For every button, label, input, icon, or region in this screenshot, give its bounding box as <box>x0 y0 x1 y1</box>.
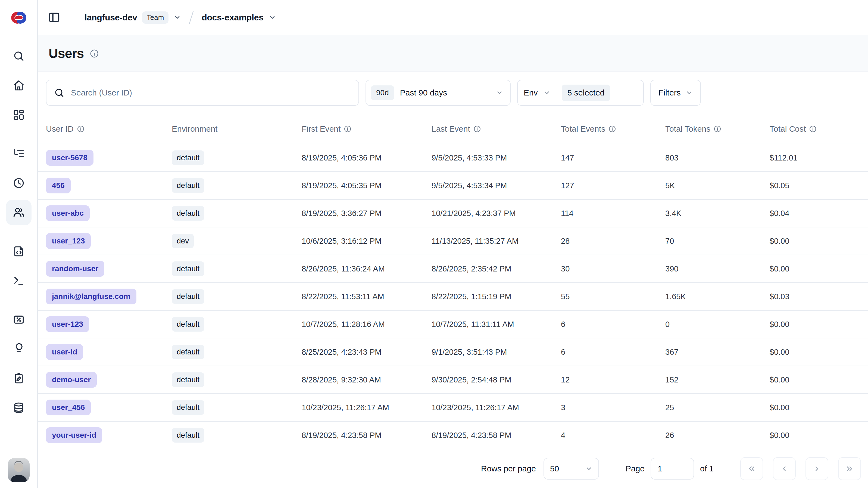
date-range-selector[interactable]: 90d Past 90 days <box>366 80 510 106</box>
table-row[interactable]: your-user-id default 8/19/2025, 4:23:58 … <box>38 421 868 449</box>
chevron-down-icon <box>686 89 693 96</box>
total-events-cell: 12 <box>561 366 665 394</box>
column-header-user-id[interactable]: User ID <box>38 106 172 144</box>
table-row[interactable]: user_456 default 10/23/2025, 11:26:17 AM… <box>38 394 868 421</box>
user-id-badge[interactable]: user-abc <box>46 205 90 221</box>
last-event-cell: 9/5/2025, 4:53:34 PM <box>432 172 561 199</box>
page-header: Users <box>38 35 868 72</box>
chevron-down-icon <box>585 465 592 472</box>
sidebar-item-home[interactable] <box>6 73 32 98</box>
page-number-input[interactable] <box>651 458 694 480</box>
sidebar-item-annotation[interactable] <box>6 366 32 391</box>
environment-badge: default <box>172 372 204 387</box>
environment-selector[interactable]: Env 5 selected <box>517 80 644 106</box>
tracing-icon <box>13 148 25 160</box>
user-id-badge[interactable]: user_123 <box>46 233 91 249</box>
environment-badge: default <box>172 400 204 415</box>
table-row[interactable]: user-id default 8/25/2025, 4:23:43 PM 9/… <box>38 338 868 366</box>
total-cost-cell: $112.01 <box>770 144 868 172</box>
table-row[interactable]: random-user default 8/26/2025, 11:36:24 … <box>38 255 868 283</box>
datasets-icon <box>13 402 25 414</box>
last-page-button[interactable] <box>838 457 861 480</box>
user-id-badge[interactable]: 456 <box>46 178 71 193</box>
previous-page-button[interactable] <box>773 457 796 480</box>
search-icon <box>54 88 64 98</box>
user-avatar[interactable] <box>8 458 30 482</box>
last-event-cell: 10/23/2025, 11:26:17 AM <box>432 394 561 421</box>
annotation-icon <box>13 372 25 384</box>
user-id-badge[interactable]: user-5678 <box>46 150 93 166</box>
environment-badge: default <box>172 150 204 165</box>
column-header-total-cost[interactable]: Total Cost <box>770 106 868 144</box>
total-tokens-cell: 152 <box>665 366 770 394</box>
chevron-down-icon <box>174 13 181 21</box>
user-id-badge[interactable]: jannik@langfuse.com <box>46 289 136 305</box>
prompts-icon <box>13 246 25 257</box>
last-event-cell: 8/26/2025, 2:35:42 PM <box>432 255 561 283</box>
sidebar-item-search[interactable] <box>6 43 32 69</box>
org-name: langfuse-dev <box>85 12 137 23</box>
table-row[interactable]: jannik@langfuse.com default 8/22/2025, 1… <box>38 283 868 310</box>
table-row[interactable]: user-abc default 8/19/2025, 3:36:27 PM 1… <box>38 199 868 227</box>
table-row[interactable]: demo-user default 8/28/2025, 9:32:30 AM … <box>38 366 868 394</box>
user-id-badge[interactable]: user-123 <box>46 316 89 332</box>
sidebar-item-prompts[interactable] <box>6 238 32 264</box>
next-page-button[interactable] <box>806 457 828 480</box>
total-tokens-cell: 5K <box>665 172 770 199</box>
users-table: User ID Environment First Event Last Eve… <box>38 106 868 449</box>
user-id-badge[interactable]: user-id <box>46 344 83 360</box>
total-tokens-cell: 25 <box>665 394 770 421</box>
environment-badge: default <box>172 178 204 193</box>
sidebar <box>0 0 38 488</box>
table-row[interactable]: user_123 dev 10/6/2025, 3:16:12 PM 11/13… <box>38 227 868 255</box>
sidebar-item-sessions[interactable] <box>6 170 32 196</box>
column-header-environment[interactable]: Environment <box>172 106 302 144</box>
sidebar-item-tracing[interactable] <box>6 141 32 167</box>
total-cost-cell: $0.00 <box>770 227 868 255</box>
user-id-badge[interactable]: demo-user <box>46 372 97 387</box>
total-tokens-cell: 0 <box>665 310 770 338</box>
last-event-cell: 10/7/2025, 11:31:11 AM <box>432 310 561 338</box>
info-icon <box>473 125 481 133</box>
table-row[interactable]: user-123 default 10/7/2025, 11:28:16 AM … <box>38 310 868 338</box>
total-tokens-cell: 70 <box>665 227 770 255</box>
sidebar-item-evaluation[interactable] <box>6 307 32 333</box>
total-tokens-cell: 26 <box>665 421 770 449</box>
filters-label: Filters <box>658 88 681 97</box>
date-range-badge: 90d <box>371 85 394 100</box>
rows-per-page-select[interactable]: 50 <box>544 458 599 480</box>
environment-badge: default <box>172 345 204 359</box>
column-header-last-event[interactable]: Last Event <box>432 106 561 144</box>
environment-badge: default <box>172 317 204 332</box>
first-event-cell: 8/26/2025, 11:36:24 AM <box>302 255 432 283</box>
column-header-total-tokens[interactable]: Total Tokens <box>665 106 770 144</box>
filters-button[interactable]: Filters <box>650 80 701 106</box>
breadcrumb-project[interactable]: docs-examples <box>202 12 276 23</box>
column-header-first-event[interactable]: First Event <box>302 106 432 144</box>
main-column: langfuse-dev Team docs-examples Users <box>38 0 868 488</box>
sidebar-toggle-button[interactable] <box>48 11 61 24</box>
env-selected-badge: 5 selected <box>562 85 610 101</box>
user-id-badge[interactable]: your-user-id <box>46 427 102 443</box>
sidebar-item-dashboards[interactable] <box>6 102 32 127</box>
first-event-cell: 8/25/2025, 4:23:43 PM <box>302 338 432 366</box>
playground-icon <box>13 275 25 287</box>
sidebar-item-playground[interactable] <box>6 268 32 293</box>
column-header-total-events[interactable]: Total Events <box>561 106 665 144</box>
sidebar-item-users[interactable] <box>6 200 32 225</box>
sidebar-item-datasets[interactable] <box>6 395 32 421</box>
table-row[interactable]: 456 default 8/19/2025, 4:05:35 PM 9/5/20… <box>38 172 868 199</box>
first-page-button[interactable] <box>740 457 763 480</box>
sidebar-item-insights[interactable] <box>6 336 32 362</box>
user-id-badge[interactable]: user_456 <box>46 400 91 415</box>
environment-badge: default <box>172 289 204 304</box>
breadcrumb-org[interactable]: langfuse-dev Team <box>85 11 181 24</box>
total-cost-cell: $0.00 <box>770 421 868 449</box>
user-id-badge[interactable]: random-user <box>46 261 104 277</box>
table-row[interactable]: user-5678 default 8/19/2025, 4:05:36 PM … <box>38 144 868 172</box>
search-input[interactable] <box>70 88 351 98</box>
total-cost-cell: $0.05 <box>770 172 868 199</box>
langfuse-logo-icon <box>9 8 29 27</box>
panel-left-icon <box>48 11 61 24</box>
total-events-cell: 114 <box>561 199 665 227</box>
